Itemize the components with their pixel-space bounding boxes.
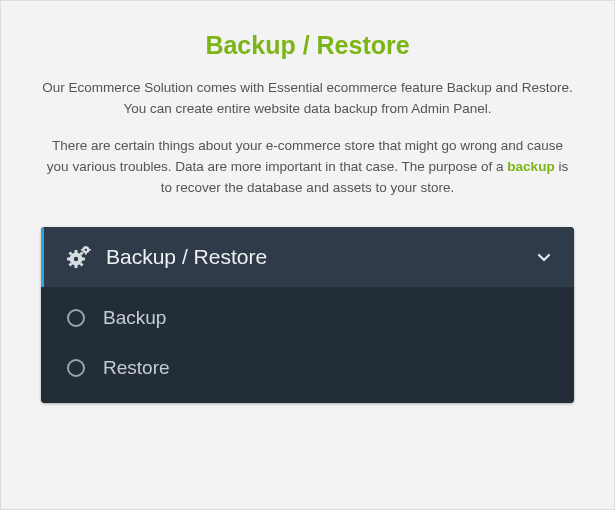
svg-rect-12	[85, 252, 87, 254]
intro-paragraph-1: Our Ecommerce Solution comes with Essent…	[41, 78, 574, 120]
chevron-down-icon	[536, 249, 552, 265]
gears-icon	[66, 246, 92, 268]
intro-2-part-a: There are certain things about your e-co…	[47, 138, 563, 174]
svg-rect-3	[67, 257, 71, 260]
page-title: Backup / Restore	[41, 31, 574, 60]
svg-rect-2	[75, 264, 78, 268]
svg-rect-11	[85, 246, 87, 247]
menu-header-backup-restore[interactable]: Backup / Restore	[41, 227, 574, 287]
admin-panel-screenshot: Backup / Restore Backup Restore	[41, 227, 574, 403]
menu-body: Backup Restore	[41, 287, 574, 403]
menu-header-label: Backup / Restore	[106, 245, 536, 269]
circle-icon	[67, 309, 85, 327]
menu-item-backup[interactable]: Backup	[41, 293, 574, 343]
svg-rect-1	[75, 250, 78, 254]
highlight-backup: backup	[507, 159, 554, 174]
svg-point-9	[74, 256, 78, 260]
circle-icon	[67, 359, 85, 377]
menu-item-restore[interactable]: Restore	[41, 343, 574, 393]
intro-paragraph-2: There are certain things about your e-co…	[41, 136, 574, 199]
menu-item-label: Backup	[103, 307, 166, 329]
svg-rect-13	[81, 249, 83, 251]
menu-item-label: Restore	[103, 357, 170, 379]
svg-rect-14	[89, 249, 91, 251]
svg-rect-4	[81, 257, 85, 260]
svg-point-15	[85, 248, 87, 250]
